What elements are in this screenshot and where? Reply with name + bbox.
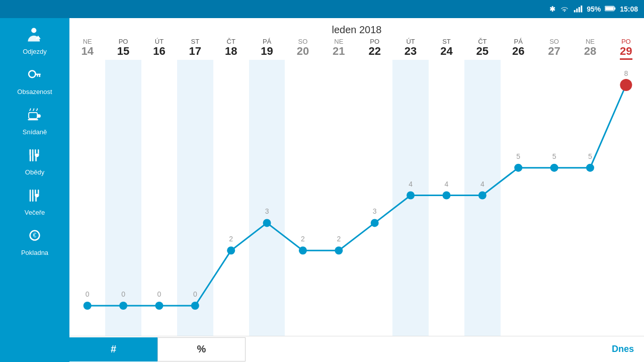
svg-rect-22 (32, 190, 34, 202)
day-num: 27 (548, 45, 560, 57)
chart-dot (442, 192, 450, 200)
chart-dot (371, 219, 379, 227)
day-num: 14 (81, 45, 93, 57)
chart-value-label: 3 (265, 208, 269, 216)
day-num-wrap: 23 (405, 45, 417, 57)
chart-value-label: 4 (480, 180, 485, 188)
day-col-23: ÚT23 (392, 38, 428, 60)
svg-rect-20 (32, 149, 34, 161)
day-num: 21 (333, 45, 345, 57)
chart-dot (263, 219, 271, 227)
day-num: 28 (584, 45, 596, 57)
svg-rect-5 (614, 7, 615, 10)
chart-value-label: 5 (588, 152, 592, 160)
day-col-21: NE21 (321, 38, 357, 60)
signal-icon (574, 5, 583, 14)
fork-knife-icon (26, 147, 43, 166)
day-col-17: ST17 (177, 38, 213, 60)
day-num-wrap: 21 (333, 45, 345, 57)
svg-rect-10 (39, 75, 41, 77)
chart-dot (586, 164, 594, 172)
today-button[interactable]: Dnes (612, 344, 634, 354)
svg-rect-25 (35, 195, 37, 202)
toolbar: # % Dnes (69, 336, 644, 362)
chart-value-label: 4 (445, 180, 449, 188)
svg-rect-6 (605, 7, 614, 10)
month-header: leden 2018 (69, 18, 644, 38)
day-num-wrap: 26 (512, 45, 524, 57)
chart-value-label: 0 (121, 290, 125, 298)
chart-dot (191, 302, 199, 310)
chart-value-label: 0 (193, 290, 197, 298)
chart-line (88, 85, 626, 306)
sidebar-label-obsazenost: Obsazenost (17, 88, 52, 96)
day-num: 29 (620, 45, 632, 57)
sidebar-item-obedy[interactable]: Obědy (0, 141, 69, 181)
day-abbr: PO (119, 38, 128, 45)
svg-rect-11 (37, 75, 38, 76)
battery-percent: 95% (587, 5, 601, 13)
clock: 15:08 (620, 5, 638, 13)
day-col-19: PÁ19 (249, 38, 285, 60)
day-num-wrap: 27 (548, 45, 560, 57)
day-abbr: NE (83, 38, 92, 45)
day-abbr: ÚT (406, 38, 415, 45)
day-abbr: SO (549, 38, 559, 45)
chart-value-label: 2 (301, 235, 305, 243)
svg-rect-17 (38, 149, 39, 154)
day-abbr: ČT (227, 38, 235, 45)
sidebar-label-vecere: Večeře (25, 209, 45, 216)
sidebar-item-vecere[interactable]: Večeře (0, 181, 69, 221)
day-abbr: PO (621, 38, 631, 45)
sidebar-item-odjezdy[interactable]: Odjezdy (0, 20, 69, 60)
calendar-header: NE14PO15ÚT16ST17ČT18PÁ19SO20NE21PO22ÚT23… (69, 38, 644, 60)
day-abbr: NE (586, 38, 595, 45)
chart-dot (227, 246, 235, 254)
day-col-29: PO29 (608, 38, 644, 60)
sidebar-item-snidane[interactable]: Snídaně (0, 101, 69, 141)
day-abbr: PO (370, 38, 379, 45)
day-abbr: ČT (478, 38, 487, 45)
day-col-28: NE28 (572, 38, 608, 60)
day-col-18: ČT18 (213, 38, 249, 60)
chart-dot (335, 246, 343, 254)
day-num: 17 (189, 45, 201, 57)
svg-rect-13 (28, 119, 38, 121)
key-icon (26, 66, 43, 86)
svg-rect-16 (35, 149, 36, 154)
day-num-wrap: 25 (476, 45, 489, 57)
chart-value-label: 3 (373, 208, 377, 216)
day-col-24: ST24 (429, 38, 464, 60)
day-num-wrap: 15 (117, 45, 129, 57)
svg-rect-19 (30, 149, 31, 151)
day-abbr: NE (334, 38, 343, 45)
day-num-wrap: 18 (225, 45, 237, 57)
hash-button[interactable]: # (69, 337, 157, 361)
day-abbr: PÁ (514, 38, 523, 45)
day-col-15: PO15 (105, 38, 141, 60)
chart-dot (155, 302, 163, 310)
svg-rect-18 (35, 155, 37, 161)
wifi-icon (559, 5, 570, 14)
sidebar-item-obsazenost[interactable]: Obsazenost (0, 60, 69, 101)
sidebar-item-pokladna[interactable]: € Pokladna (0, 221, 69, 261)
day-num-wrap: 28 (584, 45, 596, 57)
day-num: 25 (476, 45, 489, 57)
chart-dot (119, 302, 127, 310)
chart-dot (299, 246, 307, 254)
day-num: 22 (368, 45, 380, 57)
sidebar-label-obedy: Obědy (25, 168, 44, 176)
day-num-wrap: 19 (261, 45, 273, 57)
person-icon (26, 26, 43, 46)
percent-button[interactable]: % (157, 337, 246, 361)
chart-dot (514, 164, 522, 172)
day-col-26: PÁ26 (501, 38, 536, 60)
svg-point-8 (29, 71, 36, 78)
day-abbr: SO (298, 38, 308, 45)
sidebar: Odjezdy Obsazenost (0, 18, 69, 362)
svg-text:€: € (33, 232, 37, 239)
fork-knife2-icon (26, 187, 43, 207)
day-abbr: ÚT (155, 38, 164, 45)
bluetooth-icon: ✱ (549, 5, 555, 13)
day-col-16: ÚT16 (141, 38, 177, 60)
